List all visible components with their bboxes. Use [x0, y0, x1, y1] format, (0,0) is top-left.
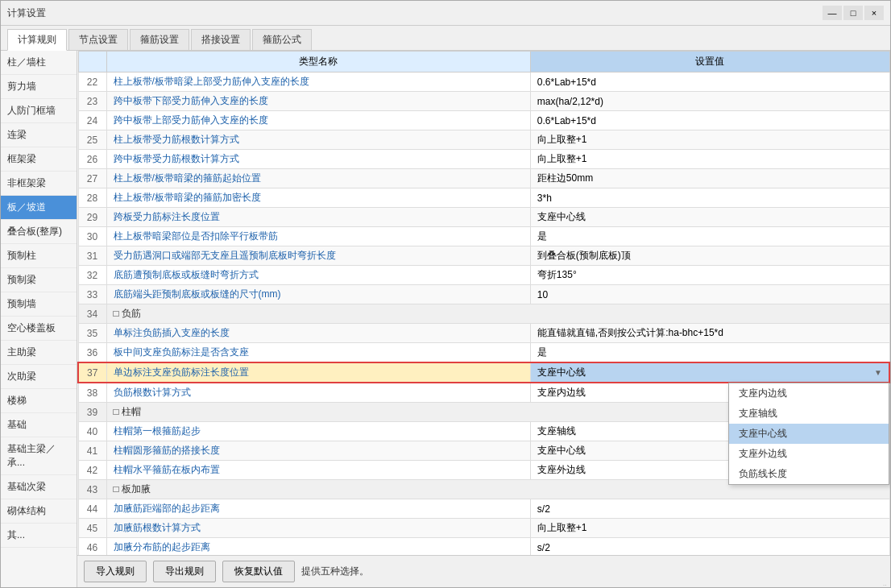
row-number: 44	[78, 499, 106, 519]
row-name-cell[interactable]: 跨中板带上部受力筋伸入支座的长度	[106, 111, 530, 130]
row-value-cell[interactable]: 0.6*Lab+15*d	[530, 111, 889, 130]
row-value-cell[interactable]: 向上取整+1	[530, 130, 889, 150]
row-name-cell[interactable]: 跨板受力筋标注长度位置	[106, 208, 530, 227]
tab-0[interactable]: 计算规则	[7, 29, 67, 51]
row-name-cell[interactable]: 柱上板带/板带暗梁的箍筋起始位置	[106, 169, 530, 188]
row-name-cell[interactable]: 单标注负筋插入支座的长度	[106, 324, 530, 343]
sidebar-item-18[interactable]: 砌体结构	[1, 499, 77, 524]
footer-button-1[interactable]: 导出规则	[153, 561, 216, 582]
row-value-cell[interactable]: 3*h	[530, 188, 889, 208]
col-header-name: 类型名称	[106, 52, 530, 72]
row-value-cell[interactable]: 支座中心线	[530, 208, 889, 227]
row-number: 30	[78, 227, 106, 246]
row-name-cell[interactable]: 底筋端头距预制底板或板缝的尺寸(mm)	[106, 285, 530, 304]
sidebar-item-2[interactable]: 人防门框墙	[1, 99, 77, 123]
row-number: 37	[78, 362, 106, 383]
table-row: 33底筋端头距预制底板或板缝的尺寸(mm)10	[78, 285, 889, 304]
sidebar-item-6[interactable]: 板／坡道	[1, 196, 77, 220]
tab-4[interactable]: 箍筋公式	[252, 29, 312, 50]
sidebar-item-3[interactable]: 连梁	[1, 123, 77, 147]
row-value-cell[interactable]: 10	[530, 285, 889, 304]
row-value-cell[interactable]: 0.6*Lab+15*d	[530, 72, 889, 92]
row-name-cell[interactable]: 受力筋遇洞口或端部无支座且遥预制底板时弯折长度	[106, 246, 530, 266]
row-value-cell[interactable]: 支座中心线▼	[530, 362, 889, 383]
row-name-cell[interactable]: 单边标注支座负筋标注长度位置	[106, 362, 530, 383]
sidebar-item-13[interactable]: 次助梁	[1, 365, 77, 389]
row-name-cell[interactable]: 柱帽第一根箍筋起步	[106, 422, 530, 441]
dropdown-value: 支座中心线	[537, 366, 586, 379]
close-button[interactable]: ×	[864, 6, 884, 20]
sidebar-item-12[interactable]: 主助梁	[1, 341, 77, 365]
sidebar-item-8[interactable]: 预制柱	[1, 244, 77, 268]
sidebar-item-19[interactable]: 其...	[1, 524, 77, 548]
row-value-cell[interactable]: 能直锚就直锚,否则按公式计算:ha-bhc+15*d	[530, 324, 889, 343]
table-row: 36板中间支座负筋标注是否含支座是	[78, 343, 889, 363]
row-name-cell[interactable]: 柱上板带/板带暗梁的箍筋加密长度	[106, 188, 530, 208]
row-name-cell[interactable]: 柱帽水平箍筋在板内布置	[106, 461, 530, 480]
sidebar-item-15[interactable]: 基础	[1, 413, 77, 437]
footer-button-0[interactable]: 导入规则	[84, 561, 147, 582]
row-value-cell[interactable]: 弯折135°	[530, 266, 889, 285]
row-value-cell[interactable]: 是	[530, 227, 889, 246]
table-row: 32底筋遭预制底板或板缝时弯折方式弯折135°	[78, 266, 889, 285]
row-name-cell[interactable]: 柱上板带/板带暗梁上部受力筋伸入支座的长度	[106, 72, 530, 92]
resize-handle[interactable]: ..	[883, 580, 889, 586]
sidebar-item-1[interactable]: 剪力墙	[1, 75, 77, 99]
sidebar-item-4[interactable]: 框架梁	[1, 147, 77, 172]
row-name-cell[interactable]: 底筋遭预制底板或板缝时弯折方式	[106, 266, 530, 285]
dropdown-option-2[interactable]: 支座中心线	[729, 424, 889, 444]
row-number: 22	[78, 72, 106, 92]
row-name-cell[interactable]: 柱上板带暗梁部位是否扣除平行板带筋	[106, 227, 530, 246]
row-name-cell[interactable]: 柱上板带受力筋根数计算方式	[106, 130, 530, 150]
tab-3[interactable]: 搭接设置	[191, 29, 251, 50]
table-row: 22柱上板带/板带暗梁上部受力筋伸入支座的长度0.6*Lab+15*d	[78, 72, 889, 92]
footer-hint: 提供五种选择。	[301, 565, 884, 578]
window-title: 计算设置	[7, 6, 46, 20]
dropdown-option-1[interactable]: 支座轴线	[729, 404, 889, 424]
row-name-cell[interactable]: 板中间支座负筋标注是否含支座	[106, 343, 530, 363]
tab-1[interactable]: 节点设置	[68, 29, 128, 50]
maximize-button[interactable]: □	[843, 6, 863, 20]
minimize-button[interactable]: —	[823, 6, 842, 20]
table-row: 44加腋筋距端部的起步距离s/2	[78, 499, 889, 519]
row-number: 24	[78, 111, 106, 130]
row-value-cell[interactable]: s/2	[530, 538, 889, 556]
row-name-cell[interactable]: 柱帽圆形箍筋的搭接长度	[106, 441, 530, 461]
sidebar-item-11[interactable]: 空心楼盖板	[1, 317, 77, 341]
row-name-cell[interactable]: 跨中板带受力筋根数计算方式	[106, 150, 530, 169]
table-row: 31受力筋遇洞口或端部无支座且遥预制底板时弯折长度到叠合板(预制底板)顶	[78, 246, 889, 266]
row-value-cell[interactable]: max(ha/2,12*d)	[530, 92, 889, 111]
dropdown-popup[interactable]: 支座内边线支座轴线支座中心线支座外边线负筋线长度	[728, 383, 889, 485]
sidebar-item-17[interactable]: 基础次梁	[1, 475, 77, 499]
row-number: 39	[78, 403, 106, 422]
sidebar-item-9[interactable]: 预制梁	[1, 268, 77, 292]
row-value-cell[interactable]: 是	[530, 343, 889, 363]
row-value-cell[interactable]: 向上取整+1	[530, 150, 889, 169]
sidebar-item-16[interactable]: 基础主梁／承...	[1, 437, 77, 475]
row-name-cell[interactable]: 跨中板带下部受力筋伸入支座的长度	[106, 92, 530, 111]
dropdown-option-4[interactable]: 负筋线长度	[729, 464, 889, 484]
row-name-cell[interactable]: 负筋根数计算方式	[106, 383, 530, 403]
dropdown-option-0[interactable]: 支座内边线	[729, 383, 889, 404]
table-row: 28柱上板带/板带暗梁的箍筋加密长度3*h	[78, 188, 889, 208]
row-name-cell[interactable]: 加腋分布筋的起步距离	[106, 538, 530, 556]
row-value-cell[interactable]: 到叠合板(预制底板)顶	[530, 246, 889, 266]
table-row: 26跨中板带受力筋根数计算方式向上取整+1	[78, 150, 889, 169]
window-controls: — □ ×	[823, 6, 884, 20]
main-window: 计算设置 — □ × 计算规则节点设置箍筋设置搭接设置箍筋公式 柱／墙柱剪力墙人…	[0, 0, 891, 588]
row-value-cell[interactable]: 距柱边50mm	[530, 169, 889, 188]
row-number: 45	[78, 519, 106, 538]
tab-2[interactable]: 箍筋设置	[130, 29, 189, 50]
sidebar-item-14[interactable]: 楼梯	[1, 389, 77, 413]
row-name-cell[interactable]: 加腋筋根数计算方式	[106, 519, 530, 538]
dropdown-option-3[interactable]: 支座外边线	[729, 444, 889, 464]
sidebar-item-7[interactable]: 叠合板(整厚)	[1, 220, 77, 244]
row-value-cell[interactable]: 向上取整+1	[530, 519, 889, 538]
row-name-cell[interactable]: 加腋筋距端部的起步距离	[106, 499, 530, 519]
footer-button-2[interactable]: 恢复默认值	[222, 561, 295, 582]
sidebar-item-5[interactable]: 非框架梁	[1, 172, 77, 196]
sidebar-item-10[interactable]: 预制墙	[1, 292, 77, 317]
row-value-cell[interactable]: s/2	[530, 499, 889, 519]
row-number: 33	[78, 285, 106, 304]
sidebar-item-0[interactable]: 柱／墙柱	[1, 51, 77, 75]
